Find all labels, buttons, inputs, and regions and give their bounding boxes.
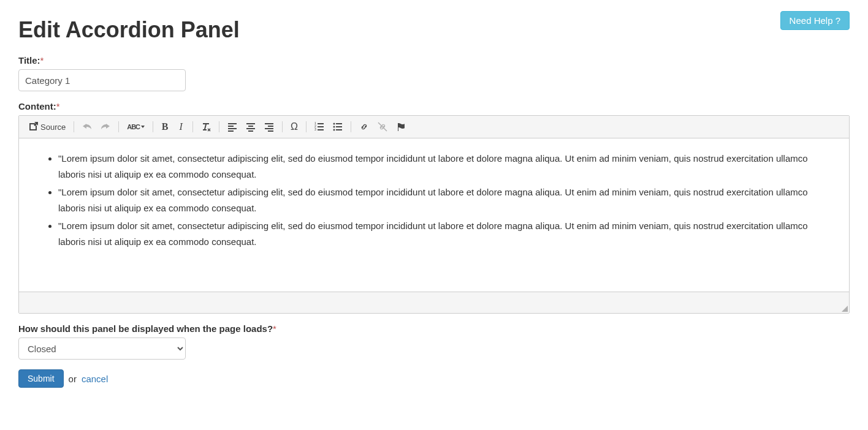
italic-icon: I [179,121,182,132]
resize-handle[interactable] [840,304,848,312]
cancel-link[interactable]: cancel [82,374,108,384]
required-marker: * [40,55,44,66]
unlink-button[interactable] [374,119,391,134]
display-mode-label: How should this panel be displayed when … [18,323,850,334]
redo-button[interactable] [97,119,114,134]
toolbar-separator [282,121,283,132]
need-help-button[interactable]: Need Help ? [780,11,850,30]
required-marker: * [273,323,276,334]
bold-icon: B [162,121,169,132]
toolbar-separator [153,121,153,132]
list-item: "Lorem ipsum dolor sit amet, consectetur… [58,184,834,216]
content-label: Content:* [18,101,850,111]
align-left-icon [227,122,237,132]
required-marker: * [56,101,60,111]
redo-icon [101,122,110,132]
or-text: or [69,374,77,384]
list-item: "Lorem ipsum dolor sit amet, consectetur… [58,218,834,249]
submit-button[interactable]: Submit [18,369,64,388]
rich-text-editor: Source ABC B I [18,115,850,314]
align-center-button[interactable] [242,119,259,134]
align-left-button[interactable] [224,119,241,134]
flag-icon [396,122,406,132]
link-button[interactable] [356,119,373,134]
remove-format-icon [201,122,211,132]
unlink-icon [378,122,387,132]
title-input[interactable] [18,69,186,91]
align-center-icon [246,122,256,132]
bold-button[interactable]: B [158,119,172,134]
page-title: Edit Accordion Panel [18,17,240,43]
editor-footer [19,292,849,313]
anchor-button[interactable] [392,119,409,134]
toolbar-separator [74,121,74,132]
ordered-list-button[interactable]: 123 [311,119,328,134]
toolbar-separator [351,121,351,132]
unordered-list-icon [333,122,343,132]
remove-format-button[interactable] [197,119,215,134]
undo-icon [82,122,92,132]
ordered-list-icon: 123 [314,122,324,132]
svg-text:3: 3 [314,127,316,131]
display-mode-select[interactable]: Closed [18,338,186,360]
toolbar-separator [306,121,306,132]
undo-button[interactable] [78,119,96,134]
toolbar-separator [192,121,193,132]
editor-toolbar: Source ABC B I [19,116,849,138]
italic-button[interactable]: I [173,119,188,134]
svg-point-3 [333,123,335,125]
special-char-button[interactable]: Ω [287,119,302,134]
align-right-icon [264,122,274,132]
omega-icon: Ω [291,121,298,132]
link-icon [359,122,369,132]
content-list: "Lorem ipsum dolor sit amet, consectetur… [34,151,834,249]
source-button[interactable]: Source [25,119,69,134]
editor-content-area[interactable]: "Lorem ipsum dolor sit amet, consectetur… [19,138,849,292]
spellcheck-button[interactable]: ABC [123,119,148,134]
list-item: "Lorem ipsum dolor sit amet, consectetur… [58,151,834,182]
toolbar-separator [118,121,119,132]
svg-point-5 [333,129,335,131]
toolbar-separator [219,121,219,132]
align-right-button[interactable] [261,119,278,134]
source-icon [28,122,38,132]
svg-point-4 [333,126,335,128]
unordered-list-button[interactable] [329,119,346,134]
title-label: Title:* [18,55,850,66]
